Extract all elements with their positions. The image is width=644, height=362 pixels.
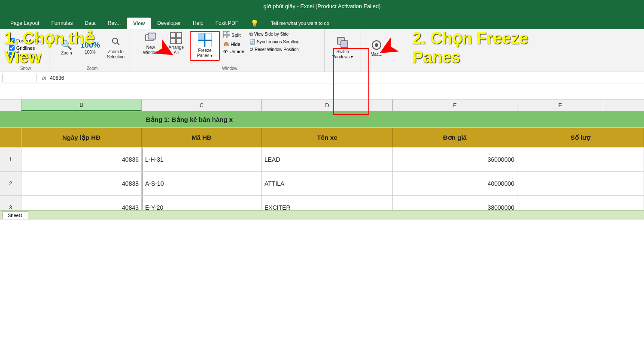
header-cell-F: Số lượ <box>517 128 644 147</box>
data-row-2: 2 40838 A-S-10 ATTILA 40000000 <box>0 172 644 196</box>
new-window-icon <box>145 32 157 45</box>
cell-2-B[interactable]: 40838 <box>21 172 142 195</box>
annotation-choose-view: 1. Chọn thẻView <box>4 29 94 66</box>
header-cell-E: Đơn giá <box>393 128 517 147</box>
fx-label: fx <box>42 75 46 81</box>
svg-rect-17 <box>227 35 230 38</box>
header-row-num <box>0 128 21 147</box>
cell-1-E[interactable]: 36000000 <box>393 148 517 171</box>
unhide-button[interactable]: 👁 Unhide <box>222 48 246 54</box>
tab-foxit-pdf[interactable]: Foxit PDF <box>210 17 244 29</box>
ribbon-group-switch-windows: SwitchWindows ▾ <box>325 29 361 72</box>
sync-scroll-icon: 🔄 <box>249 39 255 45</box>
row-num-2: 2 <box>0 172 21 195</box>
zoom-group-label: Zoom <box>49 66 135 71</box>
svg-rect-5 <box>176 33 182 38</box>
tab-page-layout[interactable]: Page Layout <box>4 17 45 29</box>
window-group-label: Window <box>135 66 324 71</box>
row-num-header <box>0 100 21 111</box>
sheet-tab-1[interactable]: Sheet1 <box>2 211 28 219</box>
formula-bar-value: 40836 <box>50 75 64 81</box>
switch-windows-label: SwitchWindows ▾ <box>332 49 353 60</box>
cell-1-C[interactable]: L-H-31 <box>142 148 262 171</box>
svg-rect-19 <box>341 41 348 48</box>
switch-windows-button[interactable]: SwitchWindows ▾ <box>328 35 357 61</box>
side-by-side-icon: ⧉ <box>249 31 253 37</box>
cell-1-F[interactable] <box>517 148 644 171</box>
data-row-1: 1 40836 L-H-31 LEAD 36000000 <box>0 148 644 172</box>
col-header-E[interactable]: E <box>393 100 517 111</box>
bottom-bar: Sheet1 <box>0 210 644 220</box>
hide-button[interactable]: 🙈 Hide <box>222 41 246 47</box>
col-header-F[interactable]: F <box>517 100 603 111</box>
svg-rect-8 <box>198 33 204 40</box>
tab-tell-me[interactable]: Tell me what you want to do <box>265 17 335 29</box>
hide-icon: 🙈 <box>223 41 229 47</box>
split-button[interactable]: Split <box>222 31 246 39</box>
svg-rect-9 <box>205 33 212 40</box>
tab-light-icon[interactable]: 💡 <box>244 17 265 29</box>
svg-rect-10 <box>198 41 204 47</box>
cell-1-D[interactable]: LEAD <box>262 148 393 171</box>
row-num-1: 1 <box>0 148 21 171</box>
show-group-label: Show <box>2 66 49 71</box>
header-row: Ngày lập HĐ Mã HĐ Tên xe Đơn giá Số lượ <box>0 128 644 148</box>
tab-view[interactable]: View <box>127 17 151 29</box>
svg-rect-11 <box>205 41 212 47</box>
spreadsheet: B C D E F Bảng 1: Bảng kê bán hàng x <box>0 100 644 220</box>
synchronous-scrolling-button[interactable]: 🔄 Synchronous Scrolling <box>248 39 321 45</box>
title-row: Bảng 1: Bảng kê bán hàng x <box>0 112 644 128</box>
view-side-by-side-button[interactable]: ⧉ View Side by Side <box>248 31 321 37</box>
reset-icon: ↺ <box>249 47 253 52</box>
svg-rect-3 <box>148 33 156 39</box>
freeze-panes-icon <box>198 33 212 48</box>
cell-1-B[interactable]: 40836 <box>21 148 142 171</box>
zoom-to-selection-button[interactable]: Zoom toSelection <box>104 35 127 61</box>
tab-developer[interactable]: Developer <box>151 17 187 29</box>
column-headers: B C D E F <box>0 100 644 112</box>
header-cell-C: Mã HĐ <box>142 128 262 147</box>
formula-bar: fx 40836 <box>0 72 644 84</box>
svg-line-1 <box>117 42 119 45</box>
col-header-C[interactable]: C <box>142 100 262 111</box>
col-header-B[interactable]: B <box>21 100 142 111</box>
tab-help[interactable]: Help <box>187 17 210 29</box>
title-bar-text: giờ phút giây - Excel (Product Activatio… <box>263 3 380 9</box>
svg-rect-14 <box>223 31 226 34</box>
annotation-choose-freeze: 2. Chọn FreezePanes <box>412 29 528 66</box>
header-cell-D: Tên xe <box>262 128 393 147</box>
tab-data[interactable]: Data <box>79 17 101 29</box>
cell-2-D[interactable]: ATTILA <box>262 172 393 195</box>
col-header-D[interactable]: D <box>262 100 393 111</box>
freeze-panes-button[interactable]: FreezePanes ▾ <box>190 31 220 61</box>
cell-reference-input[interactable] <box>2 74 36 82</box>
freeze-panes-label: FreezePanes ▾ <box>197 48 213 58</box>
title-cell-span: Bảng 1: Bảng kê bán hàng x <box>142 116 644 124</box>
svg-rect-15 <box>227 31 230 34</box>
tab-review[interactable]: Rev... <box>102 17 127 29</box>
zoom-selection-label: Zoom toSelection <box>107 49 125 60</box>
tab-formulas[interactable]: Formulas <box>45 17 79 29</box>
svg-rect-16 <box>223 35 226 38</box>
split-icon <box>223 31 230 39</box>
cell-2-F[interactable] <box>517 172 644 195</box>
reset-window-position-button[interactable]: ↺ Reset Window Position <box>248 46 321 53</box>
zoom-selection-icon <box>111 36 121 48</box>
switch-windows-icon <box>337 36 349 49</box>
unhide-icon: 👁 <box>223 49 228 54</box>
header-cell-B: Ngày lập HĐ <box>21 128 142 147</box>
cell-2-E[interactable]: 40000000 <box>393 172 517 195</box>
title-bar: giờ phút giây - Excel (Product Activatio… <box>0 0 644 13</box>
cell-2-C[interactable]: A-S-10 <box>142 172 262 195</box>
